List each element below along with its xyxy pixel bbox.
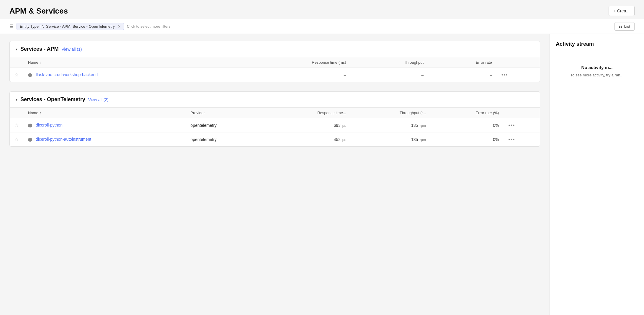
- otel-more-icon-1[interactable]: •••: [508, 137, 515, 142]
- otel-row-star-cell-1: ☆: [10, 132, 23, 147]
- otel-col-actions: [504, 108, 540, 118]
- filter-value: Service - APM, Service - OpenTelemetry: [46, 24, 115, 29]
- otel-col-star: [10, 108, 23, 118]
- otel-service-icon-0: [28, 124, 32, 128]
- apm-row-throughput: –: [351, 68, 429, 82]
- apm-row-response-time: –: [234, 68, 351, 82]
- apm-col-throughput: Throughput: [351, 57, 429, 68]
- list-icon: ☷: [619, 24, 622, 29]
- apm-table-row: ☆ flask-vue-crud-workshop-backend – – – …: [10, 68, 540, 82]
- otel-section: ▾ Services - OpenTelemetry View all (2) …: [9, 91, 540, 147]
- otel-row-name-0: diceroll-python: [23, 118, 186, 132]
- otel-col-throughput: Throughput (r...: [351, 108, 431, 118]
- apm-col-response-time: Response time (ms): [234, 57, 351, 68]
- top-bar: APM & Services + Crea...: [0, 0, 644, 19]
- no-activity-text: To see more activity, try a ran...: [559, 72, 635, 78]
- view-toggle-label: List: [624, 24, 630, 29]
- apm-section-header[interactable]: ▾ Services - APM View all (1): [10, 41, 540, 57]
- apm-col-star: [10, 57, 23, 68]
- otel-row-star-cell-0: ☆: [10, 118, 23, 132]
- apm-row-error-rate: –: [428, 68, 497, 82]
- apm-col-actions: [497, 57, 540, 68]
- otel-row-throughput-0: 135 rpm: [351, 118, 431, 132]
- otel-row-error-rate-0: 0%: [431, 118, 504, 132]
- main-content: ▾ Services - APM View all (1) Name ↑ Res…: [0, 34, 644, 315]
- otel-table-row: ☆ diceroll-python-autoinstrument opentel…: [10, 132, 540, 147]
- otel-row-more-0: •••: [504, 118, 540, 132]
- entity-type-label: Entity Type: [20, 24, 39, 29]
- filter-tag[interactable]: Entity Type IN Service - APM, Service - …: [17, 23, 124, 30]
- apm-section-title: Services - APM: [20, 46, 58, 52]
- otel-row-more-1: •••: [504, 132, 540, 147]
- apm-star-icon[interactable]: ☆: [14, 72, 19, 77]
- otel-service-icon-1: [28, 138, 32, 142]
- create-button-label: + Crea...: [614, 9, 630, 13]
- otel-star-icon-1[interactable]: ☆: [14, 137, 19, 142]
- otel-row-throughput-1: 135 rpm: [351, 132, 431, 147]
- otel-row-response-time-1: 452 μs: [265, 132, 351, 147]
- otel-row-name-1: diceroll-python-autoinstrument: [23, 132, 186, 147]
- apm-chevron-icon: ▾: [16, 47, 17, 51]
- apm-col-name: Name ↑: [23, 57, 234, 68]
- view-toggle[interactable]: ☷ List: [614, 22, 635, 31]
- activity-stream-title: Activity stream: [556, 41, 638, 47]
- filter-bar: ☰ Entity Type IN Service - APM, Service …: [0, 19, 644, 34]
- no-activity-block: No activity in... To see more activity, …: [556, 53, 638, 90]
- otel-col-name: Name ↑: [23, 108, 186, 118]
- apm-row-more: •••: [497, 68, 540, 82]
- left-panel: ▾ Services - APM View all (1) Name ↑ Res…: [0, 34, 550, 315]
- otel-row-provider-1: opentelemetry: [186, 132, 265, 147]
- apm-view-all-link[interactable]: View all (1): [61, 47, 82, 52]
- apm-service-link[interactable]: flask-vue-crud-workshop-backend: [36, 72, 98, 77]
- apm-table: Name ↑ Response time (ms) Throughput Err…: [10, 57, 540, 82]
- page-wrapper: APM & Services + Crea... ☰ Entity Type I…: [0, 0, 644, 315]
- otel-section-header[interactable]: ▾ Services - OpenTelemetry View all (2): [10, 92, 540, 107]
- page-title: APM & Services: [9, 6, 68, 16]
- otel-more-icon-0[interactable]: •••: [508, 123, 515, 128]
- otel-row-response-time-0: 693 μs: [265, 118, 351, 132]
- right-panel-inner: Activity stream No activity in... To see…: [556, 41, 638, 90]
- apm-row-star-cell: ☆: [10, 68, 23, 82]
- otel-col-error-rate: Error rate (%): [431, 108, 504, 118]
- otel-row-provider-0: opentelemetry: [186, 118, 265, 132]
- otel-col-provider: Provider: [186, 108, 265, 118]
- otel-row-error-rate-1: 0%: [431, 132, 504, 147]
- filter-left: ☰ Entity Type IN Service - APM, Service …: [9, 23, 171, 30]
- otel-section-title: Services - OpenTelemetry: [20, 96, 85, 103]
- apm-col-error-rate: Error rate: [428, 57, 497, 68]
- create-button[interactable]: + Crea...: [609, 6, 635, 16]
- otel-service-link-1[interactable]: diceroll-python-autoinstrument: [36, 137, 91, 142]
- apm-more-icon[interactable]: •••: [501, 72, 508, 77]
- apm-section: ▾ Services - APM View all (1) Name ↑ Res…: [9, 41, 540, 82]
- otel-table: Name ↑ Provider Response time... Through…: [10, 107, 540, 146]
- otel-view-all-link[interactable]: View all (2): [88, 97, 109, 102]
- in-label: IN: [40, 24, 44, 29]
- apm-service-icon: [28, 73, 32, 77]
- otel-service-link-0[interactable]: diceroll-python: [36, 123, 63, 127]
- otel-table-row: ☆ diceroll-python opentelemetry 693 μs 1…: [10, 118, 540, 132]
- filter-close-icon[interactable]: ✕: [118, 24, 121, 29]
- otel-chevron-icon: ▾: [16, 98, 17, 102]
- filter-icon[interactable]: ☰: [9, 24, 14, 29]
- apm-row-name: flask-vue-crud-workshop-backend: [23, 68, 234, 82]
- no-activity-title: No activity in...: [559, 65, 635, 70]
- filter-placeholder[interactable]: Click to select more filters: [127, 24, 171, 29]
- right-panel: Activity stream No activity in... To see…: [550, 34, 644, 315]
- otel-star-icon-0[interactable]: ☆: [14, 123, 19, 128]
- otel-col-response-time: Response time...: [265, 108, 351, 118]
